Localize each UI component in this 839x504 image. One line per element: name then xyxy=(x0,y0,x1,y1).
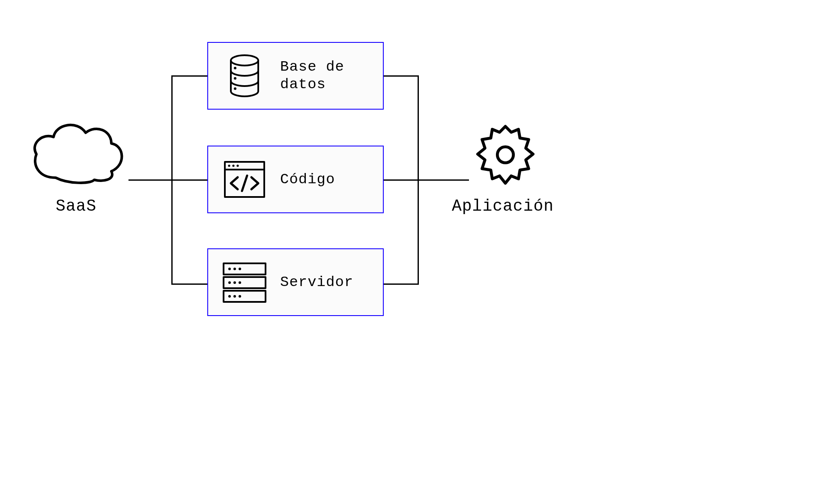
aplicacion-label: Aplicación xyxy=(452,197,554,215)
cloud-icon xyxy=(26,118,128,186)
database-label: Base de datos xyxy=(280,58,344,93)
svg-point-16 xyxy=(239,268,241,270)
connector xyxy=(383,179,419,181)
code-label: Código xyxy=(280,171,335,188)
svg-line-10 xyxy=(242,176,247,191)
svg-point-17 xyxy=(228,281,231,284)
server-icon xyxy=(221,261,268,304)
connector xyxy=(418,179,469,181)
svg-point-0 xyxy=(497,147,513,163)
aplicacion-node xyxy=(469,122,546,195)
svg-point-15 xyxy=(233,268,236,270)
saas-label: SaaS xyxy=(56,197,96,215)
svg-point-8 xyxy=(232,164,234,167)
svg-point-9 xyxy=(236,164,239,167)
svg-point-21 xyxy=(233,295,236,298)
svg-point-4 xyxy=(234,87,236,90)
svg-point-14 xyxy=(228,268,231,270)
svg-point-18 xyxy=(233,281,236,284)
svg-point-22 xyxy=(239,295,241,298)
connector xyxy=(383,75,419,77)
svg-point-3 xyxy=(234,77,236,80)
code-window-icon xyxy=(223,160,266,199)
diagram-canvas: SaaS Aplicación xyxy=(0,0,839,504)
saas-node xyxy=(26,118,133,186)
svg-rect-5 xyxy=(225,162,264,197)
server-label: Servidor xyxy=(280,274,353,291)
database-icon xyxy=(227,54,262,97)
connector xyxy=(383,283,419,285)
connector xyxy=(171,283,207,285)
code-box: Código xyxy=(207,146,384,213)
svg-point-7 xyxy=(228,164,230,167)
database-box: Base de datos xyxy=(207,42,384,110)
svg-point-2 xyxy=(234,67,236,69)
gear-icon xyxy=(469,122,542,195)
svg-point-20 xyxy=(228,295,231,298)
connector xyxy=(171,179,207,181)
svg-point-19 xyxy=(239,281,241,284)
svg-point-1 xyxy=(231,55,258,66)
server-box: Servidor xyxy=(207,248,384,316)
connector xyxy=(171,75,207,77)
